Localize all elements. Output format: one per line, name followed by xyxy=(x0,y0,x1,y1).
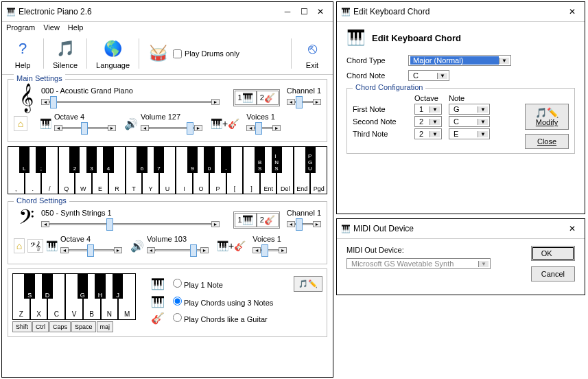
mod-maj[interactable]: maj xyxy=(97,321,114,332)
black-key[interactable]: J xyxy=(113,273,123,299)
close-button[interactable]: ✕ xyxy=(564,5,580,19)
midi-out-window: 🎹 MIDI Out Device ✕ MIDI Out Device: Mic… xyxy=(336,218,585,295)
chord-note-select[interactable]: C ▼ xyxy=(408,70,449,81)
close-button[interactable]: ✕ xyxy=(564,222,580,236)
midi-device-select[interactable]: Microsoft GS Wavetable Synth ▼ xyxy=(346,258,491,269)
chord-channel-slider[interactable] xyxy=(295,223,313,225)
octave-select[interactable]: 1▼ xyxy=(414,104,442,115)
modify-button[interactable]: 🎵✏️ Modify xyxy=(525,104,569,130)
menu-view[interactable]: View xyxy=(43,23,60,32)
chevron-down-icon: ▼ xyxy=(478,131,488,137)
chord-voices-slider[interactable] xyxy=(261,249,279,251)
home-button[interactable]: ⌂ xyxy=(14,238,25,253)
close-dlg-button[interactable]: Close xyxy=(525,134,569,149)
piano-guitar-icon: 🎹+🎸 xyxy=(211,118,239,129)
black-key[interactable]: L xyxy=(19,146,30,173)
black-key[interactable]: 4 xyxy=(103,146,113,173)
main-settings-title: Main Settings xyxy=(14,74,65,82)
mod-shift[interactable]: Shift xyxy=(12,321,32,332)
note-select[interactable]: C▼ xyxy=(449,116,490,127)
toolbar: ? Help 🎵 Silence 🌎 Language 🥁 Play Drums… xyxy=(2,33,333,75)
menu-help[interactable]: Help xyxy=(68,23,84,32)
black-key[interactable]: 6 xyxy=(137,146,147,173)
clef-toggle-button[interactable]: 𝄢𝄞 xyxy=(27,239,43,253)
octave-select[interactable]: 2▼ xyxy=(414,128,442,139)
mod-space[interactable]: Space xyxy=(71,321,96,332)
chord-keyboard[interactable]: ZXCVBNMSDGHJ xyxy=(12,273,136,320)
menu-program[interactable]: Program xyxy=(6,23,35,32)
volume-slider[interactable] xyxy=(149,127,194,129)
midi-titlebar: 🎹 MIDI Out Device ✕ xyxy=(337,219,585,239)
tab-2[interactable]: 2🎸 xyxy=(257,213,279,227)
exit-button[interactable]: ⎋ Exit xyxy=(296,36,329,71)
piano-icon: 🎹 xyxy=(148,295,167,308)
piano-icon: 🎹 xyxy=(242,93,253,103)
chord-config-title: Chord Configuration xyxy=(353,83,425,91)
instrument-slider[interactable] xyxy=(49,101,211,103)
black-key[interactable]: 3 xyxy=(86,146,97,173)
tab-1[interactable]: 1🎹 xyxy=(235,91,257,105)
chord-settings-title: Chord Settings xyxy=(14,196,69,205)
channel-slider[interactable] xyxy=(295,101,313,103)
mod-ctrl[interactable]: Ctrl xyxy=(32,321,49,332)
black-key[interactable]: G xyxy=(78,273,88,299)
play-1-note-radio[interactable]: Play 1 Note xyxy=(173,279,223,289)
volume-label: Volume 127 xyxy=(141,113,202,121)
chord-volume-slider[interactable] xyxy=(155,249,200,251)
black-key[interactable]: ; xyxy=(36,146,46,173)
main-instrument-tabs: 1🎹 2🎸 xyxy=(233,89,280,106)
midi-window-title: MIDI Out Device xyxy=(353,224,564,233)
exit-icon: ⎋ xyxy=(301,38,323,60)
treble-clef-icon: 𝄞 xyxy=(14,85,38,110)
cancel-button[interactable]: Cancel xyxy=(531,266,575,282)
guitar-icon: 🎸 xyxy=(264,93,275,103)
black-key[interactable]: 0 xyxy=(204,146,214,173)
ok-button[interactable]: OK xyxy=(531,246,575,261)
slider-left[interactable]: ◄ xyxy=(41,99,49,105)
tab-2[interactable]: 2🎸 xyxy=(257,91,279,105)
play-guitar-radio[interactable]: Play Chords like a Guitar xyxy=(173,313,268,323)
chevron-down-icon: ▼ xyxy=(478,261,489,267)
chord-type-select[interactable]: Major (Normal) ▼ xyxy=(408,55,511,66)
octave-select[interactable]: 2▼ xyxy=(414,116,442,127)
black-key[interactable]: 7 xyxy=(154,146,164,173)
black-key[interactable]: - xyxy=(221,146,231,173)
midi-device-label: MIDI Out Device: xyxy=(346,246,521,254)
tab-1[interactable]: 1🎹 xyxy=(235,213,257,227)
black-key[interactable]: D xyxy=(42,273,52,299)
play-drums-only-checkbox[interactable]: Play Drums only xyxy=(173,49,239,58)
octave-label: Octave 4 xyxy=(54,113,116,121)
home-button[interactable]: ⌂ xyxy=(14,116,27,131)
note-select[interactable]: E▼ xyxy=(449,128,490,139)
main-keyboard[interactable]: ,./QWERTYUIOP[]EntDelEndPgdL;2346790-BSI… xyxy=(8,146,327,194)
help-icon: ? xyxy=(12,38,34,60)
black-key[interactable]: H xyxy=(95,273,105,299)
slider-right[interactable]: ► xyxy=(211,99,220,105)
minimize-button[interactable]: ─ xyxy=(279,5,296,19)
octave-slider[interactable] xyxy=(62,127,108,129)
notes-edit-icon: 🎵✏️ xyxy=(535,107,558,118)
black-key[interactable]: S xyxy=(24,273,34,299)
voices-slider[interactable] xyxy=(255,127,272,129)
silence-button[interactable]: 🎵 Silence xyxy=(48,36,82,71)
mod-caps[interactable]: Caps xyxy=(49,321,71,332)
black-key[interactable]: BS xyxy=(255,146,265,173)
note-row-label: First Note xyxy=(353,105,408,113)
main-settings-group: Main Settings 𝄞 000 - Acoustic Grand Pia… xyxy=(8,79,327,142)
edit-chord-button[interactable]: 🎵✏️ xyxy=(294,276,322,292)
black-key[interactable]: PGU xyxy=(305,146,316,173)
language-button[interactable]: 🌎 Language xyxy=(91,36,134,71)
col-note: Note xyxy=(449,94,490,102)
black-key[interactable]: INS xyxy=(272,146,282,173)
black-key[interactable]: 2 xyxy=(69,146,80,173)
close-button[interactable]: ✕ xyxy=(312,5,329,19)
help-button[interactable]: ? Help xyxy=(6,36,39,71)
chord-octave-slider[interactable] xyxy=(69,249,114,251)
divider xyxy=(43,38,44,69)
note-select[interactable]: G▼ xyxy=(449,104,490,115)
black-key[interactable]: 9 xyxy=(187,146,198,173)
col-octave: Octave xyxy=(414,94,442,102)
play-3-notes-radio[interactable]: Play Chords using 3 Notes xyxy=(173,297,273,307)
chord-instrument-slider[interactable] xyxy=(49,223,211,225)
maximize-button[interactable]: ☐ xyxy=(296,5,312,19)
